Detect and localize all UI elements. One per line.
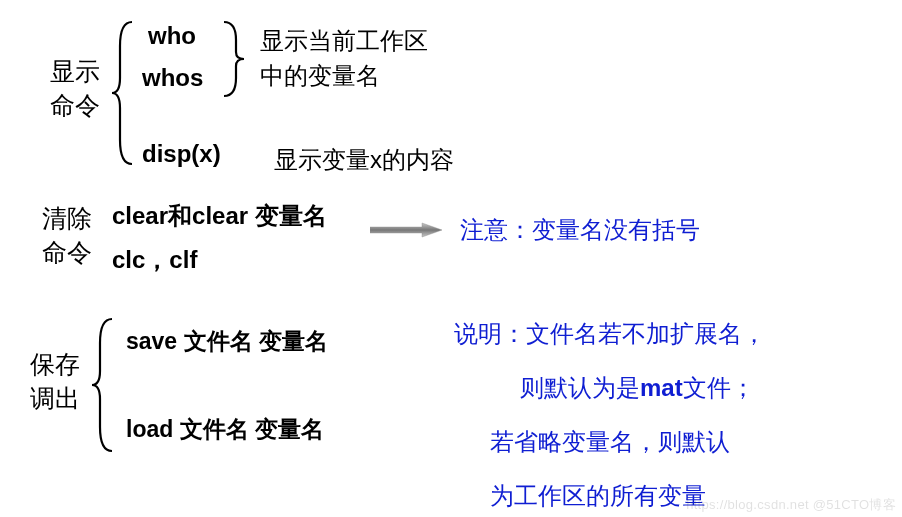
- section1-label-line2: 命令: [50, 91, 100, 119]
- arrow-icon: [370, 222, 442, 238]
- cmd-clc-clf: clc，clf: [112, 244, 197, 276]
- note-clear: 注意：变量名没有括号: [460, 214, 700, 246]
- desc-who-line1: 显示当前工作区: [260, 27, 428, 54]
- section2-label-line2: 命令: [42, 238, 92, 266]
- cmd-whos: whos: [142, 64, 203, 92]
- cmd-clear: clear和clear 变量名: [112, 200, 327, 232]
- cmd-load: load 文件名 变量名: [126, 414, 324, 445]
- brace-section1-outer: [108, 18, 140, 168]
- section1-label-line1: 显示: [50, 57, 100, 85]
- explain-line4: 为工作区的所有变量: [490, 480, 706, 512]
- desc-who-line2: 中的变量名: [260, 62, 380, 89]
- explain-line2-pre: 则默认为是: [520, 374, 640, 401]
- brace-section3: [88, 315, 118, 455]
- desc-disp: 显示变量x的内容: [274, 144, 454, 176]
- brace-who-whos: [218, 18, 248, 100]
- cmd-who: who: [148, 22, 196, 50]
- svg-marker-0: [370, 223, 442, 237]
- watermark: https://blog.csdn.net @51CTO博客: [686, 496, 896, 514]
- explain-line1: 说明：文件名若不加扩展名，: [454, 318, 766, 350]
- section3-label-line2: 调出: [30, 384, 80, 412]
- section2-label-line1: 清除: [42, 204, 92, 232]
- cmd-disp: disp(x): [142, 140, 221, 168]
- explain-line2-post: 文件；: [683, 374, 755, 401]
- explain-line2-bold: mat: [640, 374, 683, 401]
- cmd-save: save 文件名 变量名: [126, 326, 328, 357]
- section3-label-line1: 保存: [30, 350, 80, 378]
- explain-line3: 若省略变量名，则默认: [490, 426, 730, 458]
